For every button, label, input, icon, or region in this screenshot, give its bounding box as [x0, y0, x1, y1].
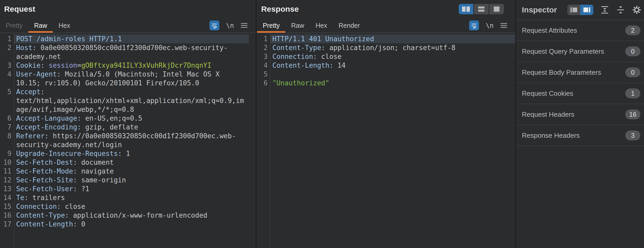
code-line: 3Cookie: session=gOBftxya941ILY3xVuhRkjD…	[0, 61, 256, 70]
line-text: Sec-Fetch-User: ?1	[14, 184, 249, 193]
line-text: Connection: close	[270, 52, 515, 61]
line-text: POST /admin-roles HTTP/1.1	[14, 35, 249, 43]
code-line: 9Upgrade-Insecure-Requests: 1	[0, 149, 256, 158]
line-text: Sec-Fetch-Site: same-origin	[14, 176, 249, 184]
inspector-header: Inspector	[517, 0, 644, 20]
inspector-section-response-headers[interactable]: Response Headers 3	[517, 125, 644, 146]
columns-layout-icon	[462, 6, 465, 12]
layout-single-button[interactable]	[489, 4, 504, 14]
inspector-section-request-cookies[interactable]: Request Cookies 1	[517, 83, 644, 104]
inspector-tools	[567, 5, 641, 15]
word-wrap-icon	[211, 22, 218, 29]
section-label: Response Headers	[522, 132, 625, 140]
single-pane-icon	[494, 6, 500, 12]
line-number: 12	[0, 176, 11, 184]
line-text: Referer: https://0a0e00850320850cc00d1f2…	[14, 132, 249, 149]
hamburger-menu-icon	[241, 23, 248, 28]
code-line: 6Accept-Language: en-US,en;q=0.5	[0, 114, 256, 123]
line-text: Upgrade-Insecure-Requests: 1	[14, 149, 249, 158]
code-line: 17Content-Length: 0	[0, 220, 256, 229]
line-text: Host: 0a0e00850320850cc00d1f2300d700ec.w…	[14, 43, 249, 61]
request-editor-tools: \n	[209, 18, 256, 33]
section-count-badge: 0	[625, 46, 640, 56]
code-line: 2Host: 0a0e00850320850cc00d1f2300d700ec.…	[0, 43, 256, 61]
section-count-badge: 1	[625, 88, 640, 98]
layout-side-by-side-button[interactable]	[459, 4, 473, 14]
code-line: 3Connection: close	[257, 52, 515, 61]
dock-left-icon	[570, 7, 572, 12]
section-label: Request Attributes	[522, 26, 625, 35]
line-text: User-Agent: Mozilla/5.0 (Macintosh; Inte…	[14, 70, 249, 87]
code-line: 16Content-Type: application/x-www-form-u…	[0, 211, 256, 220]
dock-left-button[interactable]	[567, 5, 580, 15]
word-wrap-toggle-button[interactable]	[209, 20, 219, 30]
line-number: 14	[0, 193, 11, 202]
line-text	[270, 70, 515, 79]
editor-menu-button[interactable]	[500, 23, 507, 28]
section-count-badge: 2	[625, 25, 640, 35]
inspector-panel: Inspector	[517, 0, 644, 248]
line-text: "Unauthorized"	[270, 79, 515, 87]
response-tabbar: Pretty Raw Hex Render \n	[257, 18, 515, 33]
rows-layout-icon	[478, 6, 484, 12]
inspector-section-request-headers[interactable]: Request Headers 16	[517, 104, 644, 125]
tab-request-hex[interactable]: Hex	[53, 18, 76, 33]
line-number: 13	[0, 184, 11, 193]
inspector-section-request-body-parameters[interactable]: Request Body Parameters 0	[517, 62, 644, 83]
response-editor[interactable]: 1HTTP/1.1 401 Unauthorized2Content-Type:…	[257, 33, 515, 248]
tab-response-hex[interactable]: Hex	[310, 18, 333, 33]
collapse-all-sections-button[interactable]	[616, 5, 625, 14]
word-wrap-icon	[471, 22, 477, 29]
line-number: 1	[257, 35, 268, 43]
show-newlines-toggle[interactable]: \n	[226, 22, 234, 29]
inspector-section-request-query-parameters[interactable]: Request Query Parameters 0	[517, 41, 644, 62]
editor-menu-button[interactable]	[241, 23, 248, 28]
line-text: Connection: close	[14, 202, 249, 211]
line-number: 4	[0, 70, 11, 79]
word-wrap-toggle-button[interactable]	[469, 20, 479, 30]
inspector-dock-switcher	[567, 5, 593, 15]
tab-response-pretty[interactable]: Pretty	[257, 18, 285, 33]
line-text: Accept: text/html,application/xhtml+xml,…	[14, 87, 249, 114]
line-number: 17	[0, 220, 11, 229]
show-newlines-toggle[interactable]: \n	[486, 22, 494, 29]
section-label: Request Headers	[522, 111, 625, 119]
code-line: 13Sec-Fetch-User: ?1	[0, 184, 256, 193]
response-panel-header: Response	[257, 0, 515, 18]
code-line: 4User-Agent: Mozilla/5.0 (Macintosh; Int…	[0, 70, 256, 87]
expand-all-sections-button[interactable]	[600, 5, 609, 14]
dock-right-button[interactable]	[580, 5, 593, 15]
tab-request-pretty[interactable]: Pretty	[0, 18, 28, 33]
line-text: Te: trailers	[14, 193, 249, 202]
request-panel: Request Pretty Raw Hex \n	[0, 0, 256, 248]
code-line: 11Sec-Fetch-Mode: navigate	[0, 167, 256, 176]
line-text: HTTP/1.1 401 Unauthorized	[270, 35, 515, 43]
code-line: 12Sec-Fetch-Site: same-origin	[0, 176, 256, 184]
gear-icon	[632, 5, 641, 15]
code-line: 1HTTP/1.1 401 Unauthorized	[257, 35, 515, 43]
layout-stacked-button[interactable]	[474, 4, 489, 14]
section-label: Request Query Parameters	[522, 47, 625, 56]
response-editor-tools: \n	[469, 18, 515, 33]
burp-message-editor: Request Pretty Raw Hex \n	[0, 0, 644, 248]
inspector-section-request-attributes[interactable]: Request Attributes 2	[517, 20, 644, 41]
inspector-settings-button[interactable]	[632, 5, 641, 15]
dock-right-icon	[583, 8, 588, 12]
hamburger-menu-icon	[500, 23, 507, 28]
code-line: 5	[257, 70, 515, 79]
tab-response-raw[interactable]: Raw	[285, 18, 310, 33]
tab-request-raw[interactable]: Raw	[28, 18, 53, 33]
line-number: 16	[0, 211, 11, 220]
editor-layout-switcher	[459, 4, 504, 14]
code-line: 2Content-Type: application/json; charset…	[257, 43, 515, 52]
code-line: 8Referer: https://0a0e00850320850cc00d1f…	[0, 132, 256, 149]
line-number: 9	[0, 149, 11, 158]
line-text: Content-Type: application/json; charset=…	[270, 43, 515, 52]
tab-response-render[interactable]: Render	[333, 18, 366, 33]
request-editor[interactable]: 1POST /admin-roles HTTP/1.12Host: 0a0e00…	[0, 33, 256, 248]
section-label: Request Body Parameters	[522, 68, 625, 77]
line-text: Content-Length: 0	[14, 220, 249, 229]
line-number: 2	[0, 43, 11, 52]
section-count-badge: 16	[625, 109, 640, 119]
section-count-badge: 0	[625, 67, 640, 77]
